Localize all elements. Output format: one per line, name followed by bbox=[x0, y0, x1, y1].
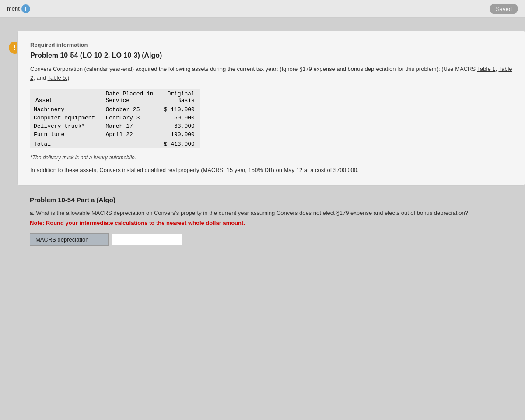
note-text: Note: Round your intermediate calculatio… bbox=[30, 220, 513, 226]
part-a-section: Problem 10-54 Part a (Algo) a. What is t… bbox=[18, 196, 525, 246]
nav-title: ment bbox=[7, 5, 20, 12]
basis-machinery: $ 110,000 bbox=[159, 105, 200, 114]
basis-truck: 63,000 bbox=[159, 122, 200, 130]
asset-name-truck: Delivery truck* bbox=[30, 122, 100, 130]
top-bar: ment i Saved bbox=[0, 0, 525, 18]
total-row: Total $ 413,000 bbox=[30, 139, 200, 149]
table-row: Delivery truck* March 17 63,000 bbox=[30, 122, 200, 130]
total-date-empty bbox=[100, 139, 158, 149]
total-label: Total bbox=[30, 139, 100, 149]
required-info-label: Required information bbox=[30, 42, 512, 48]
table5-link[interactable]: Table 5. bbox=[48, 74, 68, 81]
basis-computer: 50,000 bbox=[159, 114, 200, 122]
asset-table: Asset Date Placed inService OriginalBasi… bbox=[30, 89, 200, 148]
part-a-title: Problem 10-54 Part a (Algo) bbox=[30, 196, 513, 203]
part-a-question: a. What is the allowable MACRS depreciat… bbox=[30, 209, 513, 217]
problem-title: Problem 10-54 (LO 10-2, LO 10-3) (Algo) bbox=[30, 52, 512, 60]
table1-link[interactable]: Table 1 bbox=[477, 66, 496, 72]
date-truck: March 17 bbox=[100, 122, 158, 130]
macrs-label: MACRS depreciation bbox=[30, 233, 108, 246]
table-row: Machinery October 25 $ 110,000 bbox=[30, 105, 200, 114]
col-header-date: Date Placed inService bbox=[100, 89, 158, 105]
asset-name-computer: Computer equipment bbox=[30, 114, 100, 122]
footnote-text: *The delivery truck is not a luxury auto… bbox=[30, 154, 512, 161]
additional-text: In addition to these assets, Convers ins… bbox=[30, 166, 512, 175]
macrs-input-row: MACRS depreciation bbox=[30, 233, 513, 246]
required-info-card: Required information Problem 10-54 (LO 1… bbox=[18, 31, 525, 186]
saved-badge: Saved bbox=[490, 4, 518, 14]
date-machinery: October 25 bbox=[100, 105, 158, 114]
info-icon[interactable]: i bbox=[21, 4, 30, 13]
asset-name-furniture: Furniture bbox=[30, 130, 100, 139]
table2-link[interactable]: Table 2 bbox=[30, 66, 512, 81]
asset-name-machinery: Machinery bbox=[30, 105, 100, 114]
date-computer: February 3 bbox=[100, 114, 158, 122]
col-header-basis: OriginalBasis bbox=[159, 89, 200, 105]
macrs-input[interactable] bbox=[112, 234, 182, 245]
basis-furniture: 190,000 bbox=[159, 130, 200, 139]
table-row: Computer equipment February 3 50,000 bbox=[30, 114, 200, 122]
date-furniture: April 22 bbox=[100, 130, 158, 139]
total-value: $ 413,000 bbox=[159, 139, 200, 149]
intro-text: Convers Corporation (calendar year-end) … bbox=[30, 65, 512, 82]
table-row: Furniture April 22 190,000 bbox=[30, 130, 200, 139]
col-header-asset: Asset bbox=[30, 89, 100, 105]
